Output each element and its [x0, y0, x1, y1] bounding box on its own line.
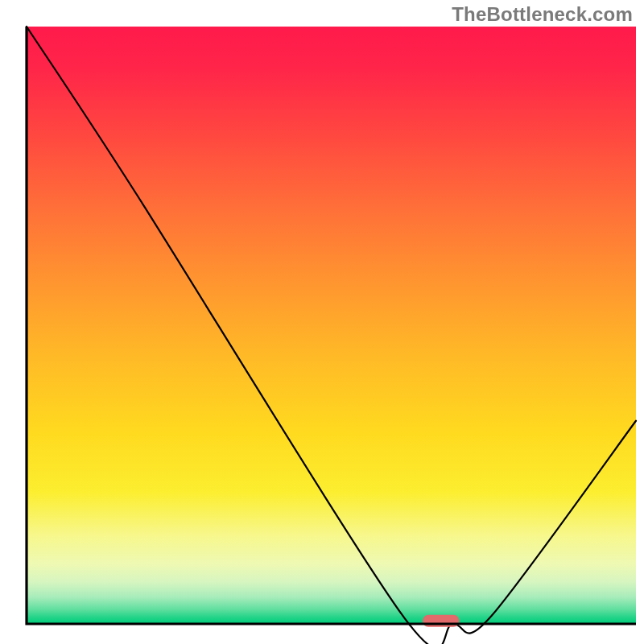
gradient-background [27, 27, 636, 624]
bottleneck-chart [0, 0, 644, 644]
chart-frame: TheBottleneck.com [0, 0, 644, 644]
watermark-text: TheBottleneck.com [452, 3, 633, 26]
